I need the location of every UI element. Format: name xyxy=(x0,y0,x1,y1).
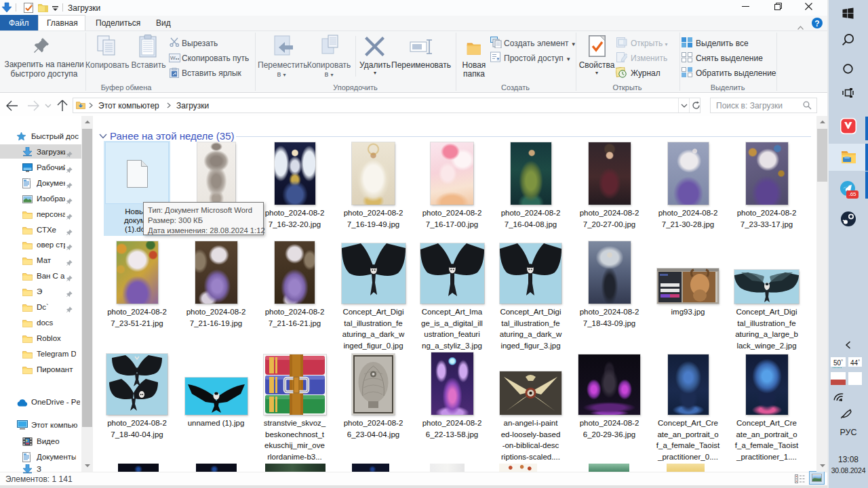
svg-text:?: ? xyxy=(814,19,819,28)
svg-text:W: W xyxy=(170,55,176,61)
